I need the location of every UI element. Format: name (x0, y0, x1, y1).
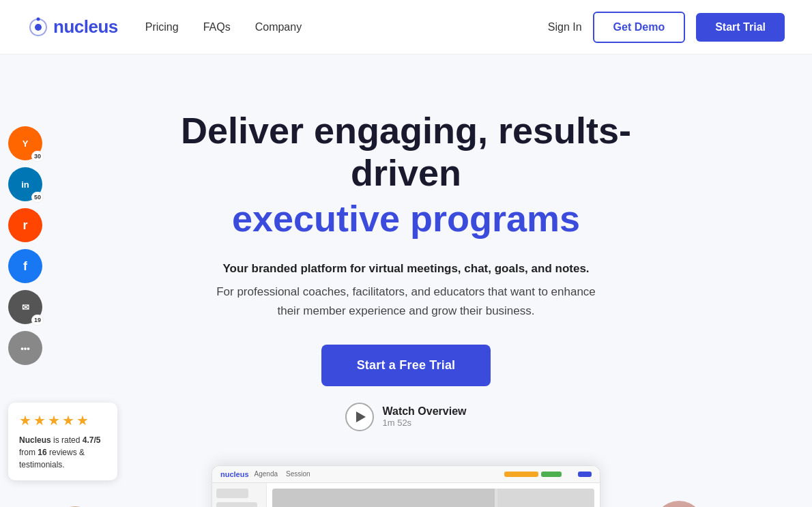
star-1: ★ (19, 412, 31, 429)
nucleus-logo-icon (27, 16, 49, 38)
screen-body (212, 483, 600, 507)
nav-link-pricing[interactable]: Pricing (145, 21, 179, 33)
nav-link-faqs[interactable]: FAQs (203, 21, 231, 33)
rating-count: 16 (38, 448, 46, 457)
nav-links: Pricing FAQs Company (145, 21, 548, 33)
star-2: ★ (33, 412, 46, 429)
start-trial-button[interactable]: Start Trial (696, 13, 785, 42)
logo-text: nucleus (53, 16, 118, 38)
ctrl-bar-3 (578, 472, 592, 477)
logo[interactable]: nucleus (27, 16, 118, 38)
screen-preview: nucleus Agenda Session (212, 465, 600, 507)
screen-video-side (497, 489, 594, 507)
play-triangle-icon (356, 411, 366, 422)
sidebar-item-1 (216, 489, 248, 498)
screen-tab-other: Session (286, 470, 310, 478)
bottom-area: ★ 👩 nucleus Agenda Session (0, 465, 812, 507)
screen-video-main (272, 489, 495, 507)
nav-right: Sign In Get Demo Start Trial (548, 12, 785, 43)
avatar-right: 👩‍🦳 (652, 501, 706, 507)
rating-card: ★ ★ ★ ★ ★ Nucleus is rated 4.7/5 from 16… (8, 403, 117, 480)
watch-overview[interactable]: Watch Overview 1m 52s (345, 403, 466, 431)
hero-section: Deliver engaging, results-driven executi… (0, 55, 812, 459)
watch-duration: 1m 52s (382, 418, 411, 428)
sidebar-item-2 (216, 502, 257, 507)
star-3: ★ (48, 412, 60, 429)
screen-header: nucleus Agenda Session (212, 466, 600, 483)
free-trial-button[interactable]: Start a Free Trial (321, 345, 491, 386)
play-button[interactable] (345, 403, 374, 431)
hero-title: Deliver engaging, results-driven executi… (136, 109, 676, 241)
hero-subtitle-normal: For professional coaches, facilitators, … (136, 283, 676, 319)
cta-section: Start a Free Trial Watch Overview 1m 52s (136, 345, 676, 431)
star-4: ★ (62, 412, 74, 429)
nav-link-company[interactable]: Company (255, 21, 302, 33)
hero-title-line1: Deliver engaging, results-driven (136, 109, 676, 194)
rating-stars: ★ ★ ★ ★ ★ (19, 412, 106, 429)
screen-tab-agenda: Agenda (255, 470, 278, 478)
rating-desc: is rated (51, 435, 83, 445)
screen-content (267, 483, 600, 507)
sign-in-link[interactable]: Sign In (548, 21, 582, 33)
star-5: ★ (76, 412, 89, 429)
rating-text: Nucleus is rated 4.7/5 from 16 reviews &… (19, 434, 106, 471)
navbar: nucleus Pricing FAQs Company Sign In Get… (0, 0, 812, 55)
ctrl-bar-1 (504, 472, 538, 477)
screen-logo: nucleus (220, 470, 249, 478)
watch-text: Watch Overview 1m 52s (382, 405, 466, 428)
watch-overview-label: Watch Overview (382, 405, 466, 418)
rating-value: 4.7/5 (83, 435, 101, 445)
screen-video-area (272, 489, 594, 507)
hero-title-line2: executive programs (136, 197, 676, 241)
avatar-right-face: 👩‍🦳 (652, 501, 706, 507)
svg-point-2 (37, 17, 40, 20)
get-demo-button[interactable]: Get Demo (593, 12, 686, 43)
rating-brand: Nucleus (19, 435, 51, 445)
ctrl-bar-2 (541, 472, 562, 477)
hero-subtitle-bold: Your branded platform for virtual meetin… (136, 260, 676, 278)
rating-from: from (19, 448, 38, 457)
screen-controls (504, 472, 592, 477)
svg-point-0 (35, 24, 42, 31)
screen-sidebar (212, 483, 267, 507)
screen-tabs: Agenda Session (255, 470, 310, 478)
